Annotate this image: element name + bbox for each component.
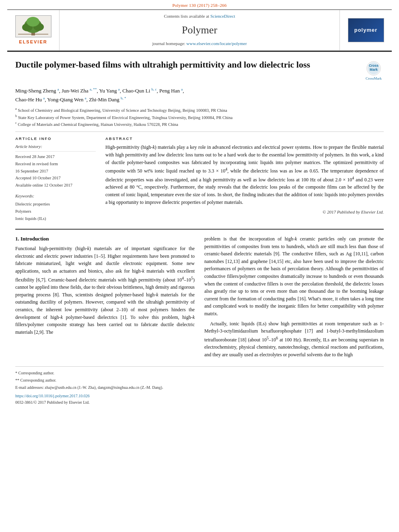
homepage-prefix: journal homepage: bbox=[152, 41, 185, 46]
footer-notes: * Corresponding author. ** Corresponding… bbox=[15, 370, 384, 391]
authors: Ming-Sheng Zheng a, Jun-Wei Zha a, **, Y… bbox=[15, 86, 384, 104]
abstract-label: ABSTRACT bbox=[105, 136, 384, 141]
body-divider bbox=[15, 229, 384, 230]
keywords-list: Dielectric properties Polymers Ionic liq… bbox=[15, 201, 96, 222]
available-date: Available online 12 October 2017 bbox=[15, 182, 96, 189]
journal-reference: Polymer 130 (2017) 258–266 bbox=[0, 0, 399, 9]
keyword-2: Polymers bbox=[15, 208, 96, 215]
affiliations: a School of Chemistry and Biological Eng… bbox=[15, 107, 384, 127]
abstract-col: ABSTRACT High-permittivity (high-k) mate… bbox=[105, 136, 384, 222]
crossmark-icon: Cross Mark bbox=[366, 61, 381, 76]
info-abstract-row: ARTICLE INFO Article history: Received 2… bbox=[15, 136, 384, 222]
journal-homepage: journal homepage: www.elsevier.com/locat… bbox=[152, 41, 247, 47]
article-history-label: Article history: bbox=[15, 144, 96, 151]
page: Polymer 130 (2017) 258–266 ELSEVIER bbox=[0, 0, 399, 532]
main-content: Ductile polymer-based films with ultrahi… bbox=[0, 52, 399, 413]
keyword-3: Ionic liquids (ILs) bbox=[15, 215, 96, 222]
accepted-date: Accepted 10 October 2017 bbox=[15, 175, 96, 182]
polymer-logo-area: polymer bbox=[339, 10, 392, 50]
science-direct-link[interactable]: ScienceDirect bbox=[210, 14, 235, 18]
received-date: Received 28 June 2017 bbox=[15, 153, 96, 160]
received-revised-date: 16 September 2017 bbox=[15, 168, 96, 175]
tree-svg bbox=[16, 16, 50, 36]
journal-name: Polymer bbox=[182, 23, 217, 37]
elsevier-text: ELSEVIER bbox=[19, 39, 47, 45]
article-info-label: ARTICLE INFO bbox=[15, 136, 96, 141]
footer-issn: 0032-3861/© 2017 Published by Elsevier L… bbox=[15, 400, 384, 405]
contents-available-text: Contents lists available at bbox=[164, 14, 209, 18]
footer-section: * Corresponding author. ** Corresponding… bbox=[15, 366, 384, 405]
intro-body-right: problem is that the incorporation of hig… bbox=[204, 235, 384, 359]
svg-point-5 bbox=[27, 17, 39, 27]
elsevier-logo: ELSEVIER bbox=[15, 15, 51, 45]
journal-header: ELSEVIER Contents lists available at Sci… bbox=[7, 9, 392, 50]
journal-ref-text: Polymer 130 (2017) 258–266 bbox=[172, 3, 226, 8]
copyright-line: © 2017 Published by Elsevier Ltd. bbox=[105, 209, 384, 215]
intro-number: 1. bbox=[15, 236, 19, 242]
article-dates: Received 28 June 2017 Received in revise… bbox=[15, 153, 96, 189]
introduction-section: 1. Introduction Functional high-permitti… bbox=[15, 235, 384, 361]
corresponding-note-1: * Corresponding author. bbox=[15, 370, 384, 376]
elsevier-logo-area: ELSEVIER bbox=[7, 10, 60, 50]
intro-section-title: 1. Introduction bbox=[15, 235, 195, 242]
title-row: Ductile polymer-based films with ultrahi… bbox=[15, 59, 384, 81]
journal-title-area: Contents lists available at ScienceDirec… bbox=[60, 10, 339, 50]
abstract-text: High-permittivity (high-k) materials pla… bbox=[105, 144, 384, 206]
crossmark-area[interactable]: Cross Mark CrossMark bbox=[364, 61, 384, 81]
title-divider bbox=[15, 131, 384, 132]
footer-doi[interactable]: https://doi.org/10.1016/j.polymer.2017.1… bbox=[15, 393, 384, 399]
science-direct-line: Contents lists available at ScienceDirec… bbox=[164, 13, 235, 19]
svg-text:Mark: Mark bbox=[370, 67, 378, 71]
intro-body-left: Functional high-permittivity (high-k) ma… bbox=[15, 245, 195, 336]
article-info-col: ARTICLE INFO Article history: Received 2… bbox=[15, 136, 96, 222]
corresponding-note-2: ** Corresponding author. bbox=[15, 377, 384, 384]
polymer-logo: polymer bbox=[348, 18, 384, 42]
crossmark-label: CrossMark bbox=[366, 76, 382, 81]
article-history-group: Article history: Received 28 June 2017 R… bbox=[15, 144, 96, 189]
intro-title-text: Introduction bbox=[21, 236, 49, 242]
keyword-1: Dielectric properties bbox=[15, 201, 96, 208]
homepage-link[interactable]: www.elsevier.com/locate/polymer bbox=[186, 41, 247, 46]
email-note: E-mail addresses: zhajw@ustb.edu.cn (J.-… bbox=[15, 384, 384, 391]
intro-col-right: problem is that the incorporation of hig… bbox=[204, 235, 384, 361]
svg-text:Cross: Cross bbox=[369, 64, 378, 68]
article-title: Ductile polymer-based films with ultrahi… bbox=[15, 59, 310, 71]
keywords-label: Keywords: bbox=[15, 193, 96, 199]
intro-col-left: 1. Introduction Functional high-permitti… bbox=[15, 235, 195, 361]
elsevier-tree-image bbox=[15, 15, 51, 37]
received-revised-label: Received in revised form bbox=[15, 160, 96, 168]
